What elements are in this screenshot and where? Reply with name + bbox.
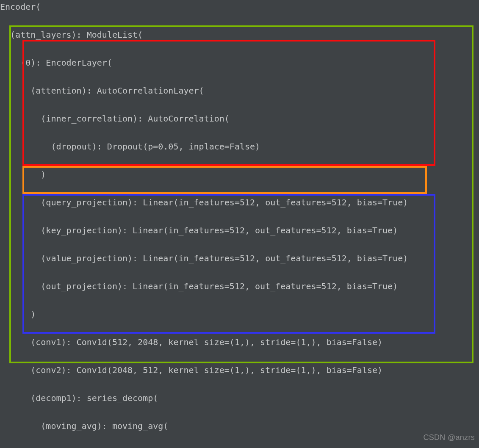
code-line: (conv2): Conv1d(2048, 512, kernel_size=(…: [0, 363, 479, 377]
code-line: (moving_avg): moving_avg(: [0, 419, 479, 433]
code-line: (conv1): Conv1d(512, 2048, kernel_size=(…: [0, 335, 479, 349]
code-block: Encoder( (attn_layers): ModuleList( (0):…: [0, 0, 479, 448]
code-line: (key_projection): Linear(in_features=512…: [0, 224, 479, 238]
code-line: ): [0, 168, 479, 182]
watermark: CSDN @anzrs: [423, 431, 475, 445]
code-line: (query_projection): Linear(in_features=5…: [0, 196, 479, 210]
code-line: (value_projection): Linear(in_features=5…: [0, 252, 479, 265]
code-line: (attention): AutoCorrelationLayer(: [0, 84, 479, 98]
code-line: (inner_correlation): AutoCorrelation(: [0, 112, 479, 126]
code-line: (dropout): Dropout(p=0.05, inplace=False…: [0, 140, 479, 154]
code-line: Encoder(: [0, 0, 479, 14]
code-line: (0): EncoderLayer(: [0, 56, 479, 70]
code-line: (attn_layers): ModuleList(: [0, 28, 479, 42]
code-line: ): [0, 307, 479, 321]
code-line: (out_projection): Linear(in_features=512…: [0, 279, 479, 293]
code-line: (decomp1): series_decomp(: [0, 391, 479, 405]
